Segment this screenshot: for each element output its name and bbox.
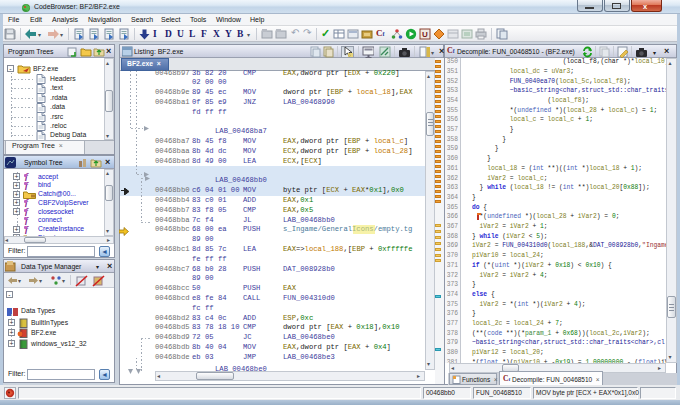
svg-text:U: U: [422, 30, 428, 39]
